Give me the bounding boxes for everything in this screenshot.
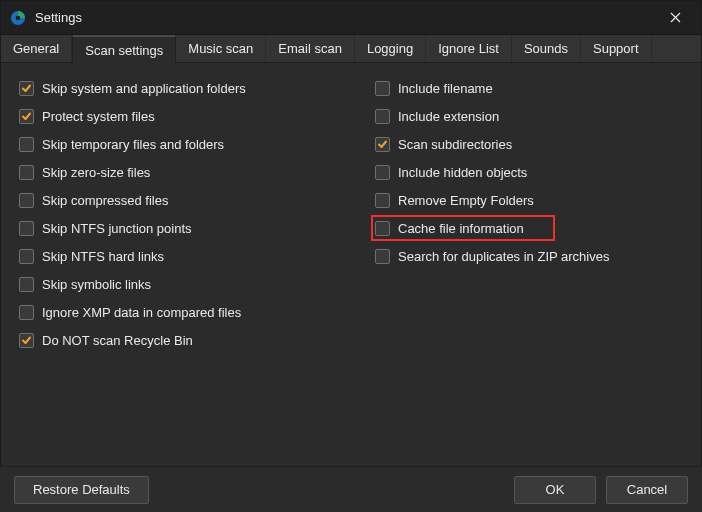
checkbox[interactable] [19,333,34,348]
tab-label: Sounds [524,41,568,56]
option-skip-compressed-files[interactable]: Skip compressed files [17,189,373,211]
tab-label: Support [593,41,639,56]
option-skip-system-and-application-folders[interactable]: Skip system and application folders [17,77,373,99]
check-icon [21,83,32,94]
option-label: Skip zero-size files [42,165,150,180]
option-do-not-scan-recycle-bin[interactable]: Do NOT scan Recycle Bin [17,329,373,351]
tab-label: Scan settings [85,43,163,58]
checkbox[interactable] [19,221,34,236]
option-scan-subdirectories[interactable]: Scan subdirectories [373,133,685,155]
tab-logging[interactable]: Logging [355,35,426,62]
app-icon [9,9,27,27]
option-label: Cache file information [398,221,524,236]
option-skip-ntfs-junction-points[interactable]: Skip NTFS junction points [17,217,373,239]
checkbox[interactable] [375,165,390,180]
checkbox[interactable] [19,109,34,124]
option-include-hidden-objects[interactable]: Include hidden objects [373,161,685,183]
option-label: Include extension [398,109,499,124]
cancel-button[interactable]: Cancel [606,476,688,504]
options-column-left: Skip system and application foldersProte… [17,77,373,463]
option-label: Search for duplicates in ZIP archives [398,249,609,264]
tab-label: Logging [367,41,413,56]
option-ignore-xmp-data-in-compared-files[interactable]: Ignore XMP data in compared files [17,301,373,323]
option-include-filename[interactable]: Include filename [373,77,685,99]
option-label: Skip compressed files [42,193,168,208]
svg-point-1 [16,15,21,20]
options-column-right: Include filenameInclude extensionScan su… [373,77,685,463]
tab-label: Ignore List [438,41,499,56]
checkbox[interactable] [19,165,34,180]
tab-bar: GeneralScan settingsMusic scanEmail scan… [1,35,701,63]
option-remove-empty-folders[interactable]: Remove Empty Folders [373,189,685,211]
titlebar: Settings [1,1,701,35]
checkbox[interactable] [19,249,34,264]
option-label: Include hidden objects [398,165,527,180]
check-icon [21,335,32,346]
option-label: Skip system and application folders [42,81,246,96]
checkbox[interactable] [19,193,34,208]
option-label: Protect system files [42,109,155,124]
option-protect-system-files[interactable]: Protect system files [17,105,373,127]
tab-sounds[interactable]: Sounds [512,35,581,62]
option-label: Remove Empty Folders [398,193,534,208]
checkbox[interactable] [375,193,390,208]
ok-button[interactable]: OK [514,476,596,504]
close-icon [670,12,681,23]
dialog-footer: Restore Defaults OK Cancel [0,466,702,512]
option-label: Skip temporary files and folders [42,137,224,152]
tab-music-scan[interactable]: Music scan [176,35,266,62]
option-label: Scan subdirectories [398,137,512,152]
checkbox[interactable] [375,109,390,124]
option-label: Skip NTFS junction points [42,221,192,236]
option-skip-temporary-files-and-folders[interactable]: Skip temporary files and folders [17,133,373,155]
option-search-for-duplicates-in-zip-archives[interactable]: Search for duplicates in ZIP archives [373,245,685,267]
tab-label: Music scan [188,41,253,56]
close-button[interactable] [653,3,697,33]
restore-defaults-button[interactable]: Restore Defaults [14,476,149,504]
option-label: Do NOT scan Recycle Bin [42,333,193,348]
tab-general[interactable]: General [1,35,72,62]
window-title: Settings [35,10,653,25]
tab-scan-settings[interactable]: Scan settings [72,35,176,63]
option-skip-symbolic-links[interactable]: Skip symbolic links [17,273,373,295]
tab-label: General [13,41,59,56]
check-icon [21,111,32,122]
option-label: Skip NTFS hard links [42,249,164,264]
tab-label: Email scan [278,41,342,56]
checkbox[interactable] [375,221,390,236]
checkbox[interactable] [19,137,34,152]
check-icon [377,139,388,150]
option-cache-file-information[interactable]: Cache file information [373,217,553,239]
option-label: Skip symbolic links [42,277,151,292]
checkbox[interactable] [375,137,390,152]
settings-content: Skip system and application foldersProte… [1,63,701,463]
option-label: Ignore XMP data in compared files [42,305,241,320]
option-skip-ntfs-hard-links[interactable]: Skip NTFS hard links [17,245,373,267]
tab-email-scan[interactable]: Email scan [266,35,355,62]
checkbox[interactable] [19,277,34,292]
tab-ignore-list[interactable]: Ignore List [426,35,512,62]
checkbox[interactable] [19,81,34,96]
option-skip-zero-size-files[interactable]: Skip zero-size files [17,161,373,183]
option-label: Include filename [398,81,493,96]
checkbox[interactable] [19,305,34,320]
checkbox[interactable] [375,81,390,96]
checkbox[interactable] [375,249,390,264]
option-include-extension[interactable]: Include extension [373,105,685,127]
tab-support[interactable]: Support [581,35,652,62]
